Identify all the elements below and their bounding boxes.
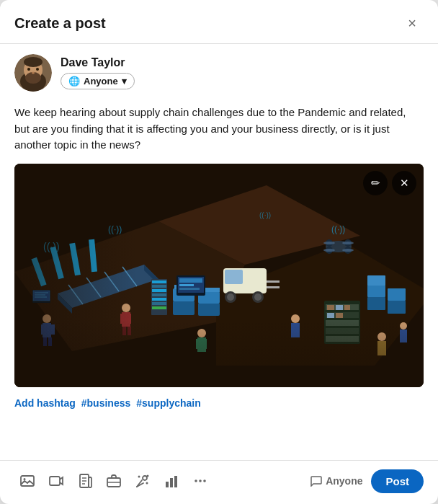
svg-rect-124	[170, 478, 173, 487]
add-hashtag-button[interactable]: Add hashtag	[14, 397, 76, 409]
svg-rect-125	[174, 476, 177, 487]
post-audience-label: Anyone	[326, 475, 362, 487]
close-icon: ×	[408, 15, 416, 32]
edit-image-button[interactable]: ✏	[363, 171, 388, 195]
svg-point-121	[138, 476, 140, 478]
svg-point-4	[27, 68, 30, 71]
post-toolbar: Anyone Post	[0, 460, 438, 504]
post-button[interactable]: Post	[371, 469, 424, 493]
add-document-button[interactable]	[72, 468, 98, 494]
svg-point-126	[195, 479, 197, 482]
modal-title: Create a post	[14, 15, 106, 32]
hashtag-section: Add hashtag #business #supplychain	[0, 387, 438, 416]
add-image-button[interactable]	[14, 468, 40, 494]
add-video-button[interactable]	[43, 468, 69, 494]
chevron-down-icon: ▾	[122, 76, 127, 87]
svg-point-5	[36, 68, 39, 71]
comment-icon	[310, 475, 322, 487]
more-options-button[interactable]	[187, 468, 213, 494]
avatar	[14, 54, 52, 92]
hashtag-business[interactable]: #business	[81, 397, 130, 409]
svg-point-128	[203, 479, 206, 482]
svg-point-7	[24, 57, 43, 67]
svg-rect-111	[50, 477, 60, 485]
svg-rect-108	[14, 164, 424, 387]
hashtag-supplychain[interactable]: #supplychain	[136, 397, 200, 409]
post-audience-button[interactable]: Anyone	[305, 471, 368, 491]
audience-selector[interactable]: 🌐 Anyone ▾	[61, 73, 135, 89]
remove-image-button[interactable]: ✕	[392, 171, 416, 195]
add-poll-button[interactable]	[158, 468, 184, 494]
svg-rect-113	[89, 477, 91, 487]
supply-chain-image: ((·)) ((·)) ((·)) ((·))	[14, 164, 424, 387]
close-image-icon: ✕	[400, 177, 409, 190]
add-job-button[interactable]	[101, 468, 127, 494]
svg-rect-109	[21, 476, 34, 486]
svg-point-6	[32, 72, 35, 74]
more-icon	[192, 473, 208, 489]
globe-icon: 🌐	[68, 76, 80, 87]
video-icon	[48, 473, 64, 489]
modal-header: Create a post ×	[0, 0, 438, 44]
image-container: ((·)) ((·)) ((·)) ((·))	[14, 164, 424, 387]
user-info: Dave Taylor 🌐 Anyone ▾	[61, 56, 135, 89]
edit-icon: ✏	[371, 177, 380, 190]
chart-icon	[164, 473, 179, 489]
briefcase-icon	[106, 473, 122, 489]
audience-label: Anyone	[84, 76, 118, 87]
create-post-modal: Create a post ×	[0, 0, 438, 504]
user-name: Dave Taylor	[61, 56, 135, 69]
svg-rect-123	[166, 482, 169, 487]
svg-point-119	[143, 476, 147, 480]
image-icon	[19, 473, 35, 489]
svg-point-127	[199, 479, 202, 482]
add-celebrate-button[interactable]	[130, 468, 156, 494]
document-icon	[77, 473, 93, 489]
svg-point-122	[146, 482, 148, 485]
post-content: We keep hearing about supply chain chall…	[14, 106, 406, 151]
svg-point-110	[24, 478, 26, 480]
image-actions: ✏ ✕	[363, 171, 416, 195]
celebrate-icon	[135, 473, 151, 489]
svg-point-120	[147, 475, 149, 477]
post-text-area[interactable]: We keep hearing about supply chain chall…	[0, 99, 438, 164]
avatar-image	[14, 54, 52, 92]
user-section: Dave Taylor 🌐 Anyone ▾	[0, 44, 438, 99]
close-button[interactable]: ×	[401, 12, 424, 35]
